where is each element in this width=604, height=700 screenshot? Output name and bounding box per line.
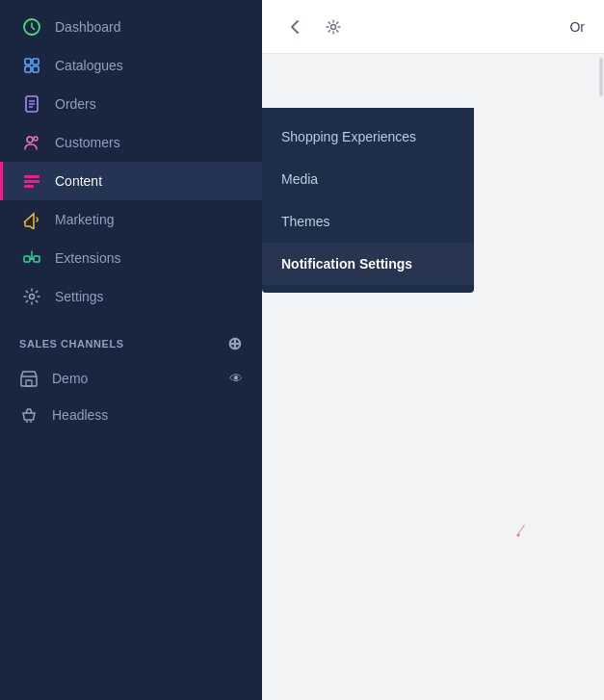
sidebar-item-label: Content bbox=[55, 173, 102, 189]
sidebar-item-label: Marketing bbox=[55, 212, 114, 227]
svg-rect-12 bbox=[24, 180, 39, 183]
content-icon bbox=[22, 171, 41, 191]
store-icon bbox=[19, 369, 39, 388]
svg-marker-23 bbox=[517, 533, 520, 536]
arrow-annotation bbox=[512, 523, 532, 546]
sidebar-item-demo[interactable]: Demo 👁 bbox=[0, 360, 262, 397]
svg-rect-17 bbox=[21, 376, 37, 386]
add-channel-icon[interactable]: ⊕ bbox=[227, 333, 243, 354]
sidebar-item-settings[interactable]: Settings bbox=[0, 277, 262, 316]
main-content: Or Shopping Experiences Media Themes Not… bbox=[262, 0, 604, 700]
sidebar-item-label: Orders bbox=[55, 96, 96, 112]
sidebar-item-headless[interactable]: Headless bbox=[0, 397, 262, 433]
submenu-item-themes[interactable]: Themes bbox=[262, 200, 474, 243]
catalogues-icon bbox=[22, 56, 41, 75]
sidebar-item-dashboard[interactable]: Dashboard bbox=[0, 8, 262, 46]
sidebar-item-marketing[interactable]: Marketing bbox=[0, 200, 262, 239]
extensions-icon bbox=[22, 248, 41, 268]
topbar: Or bbox=[262, 0, 604, 54]
svg-point-19 bbox=[26, 421, 28, 423]
orders-icon bbox=[22, 94, 41, 114]
svg-line-22 bbox=[517, 525, 525, 535]
svg-rect-3 bbox=[25, 66, 31, 72]
svg-point-20 bbox=[30, 421, 32, 423]
headless-label: Headless bbox=[52, 407, 108, 423]
svg-rect-1 bbox=[25, 59, 31, 65]
sidebar-item-label: Catalogues bbox=[55, 58, 123, 73]
svg-rect-18 bbox=[26, 380, 32, 386]
back-button[interactable] bbox=[281, 13, 308, 40]
main-body: Shopping Experiences Media Themes Notifi… bbox=[262, 54, 604, 700]
sales-channels-section: Sales Channels ⊕ bbox=[0, 316, 262, 360]
submenu-item-shopping-experiences[interactable]: Shopping Experiences bbox=[262, 116, 474, 158]
svg-rect-4 bbox=[33, 66, 39, 72]
eye-icon[interactable]: 👁 bbox=[229, 371, 243, 386]
sidebar-item-extensions[interactable]: Extensions bbox=[0, 239, 262, 277]
dashboard-icon bbox=[22, 17, 41, 37]
submenu-item-notification-settings[interactable]: Notification Settings bbox=[262, 243, 474, 285]
svg-point-16 bbox=[30, 295, 35, 299]
sidebar-item-orders[interactable]: Orders bbox=[0, 85, 262, 123]
basket-icon bbox=[19, 405, 39, 425]
demo-label: Demo bbox=[52, 371, 88, 386]
gear-button[interactable] bbox=[320, 13, 347, 40]
settings-icon bbox=[22, 287, 41, 306]
sidebar-item-catalogues[interactable]: Catalogues bbox=[0, 46, 262, 85]
svg-rect-11 bbox=[24, 175, 39, 178]
svg-rect-14 bbox=[24, 256, 30, 262]
channel-left: Headless bbox=[19, 405, 108, 425]
svg-rect-2 bbox=[33, 59, 39, 65]
sidebar-item-content[interactable]: Content bbox=[0, 162, 262, 200]
svg-rect-15 bbox=[34, 256, 39, 262]
marketing-icon bbox=[22, 210, 41, 229]
svg-point-21 bbox=[331, 24, 336, 29]
submenu: Shopping Experiences Media Themes Notifi… bbox=[262, 108, 474, 293]
sidebar-item-label: Extensions bbox=[55, 250, 120, 266]
sidebar-nav: Dashboard Catalogues bbox=[0, 0, 262, 700]
scrollbar-track[interactable] bbox=[598, 0, 604, 53]
topbar-title: Or bbox=[569, 19, 585, 35]
sidebar-item-customers[interactable]: Customers bbox=[0, 123, 262, 162]
sidebar-item-label: Dashboard bbox=[55, 19, 121, 35]
channel-left: Demo bbox=[19, 369, 88, 388]
sidebar-item-label: Settings bbox=[55, 289, 104, 304]
sales-channels-title: Sales Channels bbox=[19, 338, 124, 350]
sidebar: Dashboard Catalogues bbox=[0, 0, 262, 700]
customers-icon bbox=[22, 133, 41, 152]
sidebar-item-label: Customers bbox=[55, 135, 120, 150]
svg-point-9 bbox=[27, 137, 33, 143]
svg-rect-13 bbox=[24, 185, 34, 188]
svg-point-10 bbox=[34, 137, 38, 141]
submenu-item-media[interactable]: Media bbox=[262, 158, 474, 200]
